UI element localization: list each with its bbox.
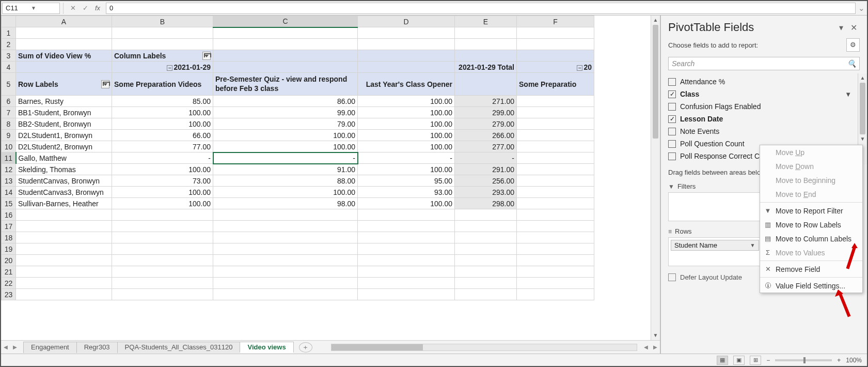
val-total[interactable]: 266.00 <box>455 130 517 141</box>
formula-input[interactable]: 0 <box>106 3 856 14</box>
scroll-thumb[interactable] <box>653 25 658 139</box>
cell[interactable] <box>517 266 594 278</box>
row-header-12[interactable]: 12 <box>2 164 16 175</box>
val-b[interactable]: 100.00 <box>213 130 358 141</box>
row-header-9[interactable]: 9 <box>2 130 16 141</box>
menu-move-values[interactable]: ΣMove to Values <box>760 246 862 259</box>
cell[interactable] <box>358 209 455 221</box>
val-a[interactable]: 73.00 <box>112 175 213 187</box>
cell[interactable] <box>112 39 213 50</box>
view-page-break-icon[interactable]: ⊞ <box>750 356 761 365</box>
cell[interactable] <box>213 62 358 73</box>
col-header-D[interactable]: D <box>358 16 455 27</box>
row-label[interactable]: StudentCanvas3, Bronwyn <box>16 187 112 198</box>
row-header-15[interactable]: 15 <box>2 198 16 209</box>
zoom-slider[interactable] <box>775 359 832 361</box>
val-b[interactable]: 99.00 <box>213 107 358 118</box>
val-c[interactable]: 100.00 <box>358 96 455 107</box>
cell[interactable] <box>455 289 517 300</box>
cell[interactable] <box>16 243 112 255</box>
cell[interactable] <box>455 221 517 232</box>
field-checkbox[interactable]: ✓ <box>668 90 676 98</box>
cell[interactable] <box>213 266 358 278</box>
row-label[interactable]: Barnes, Rusty <box>16 96 112 107</box>
spreadsheet-grid[interactable]: A B C D E F 123Sum of Video View %Column… <box>1 16 594 300</box>
row-header-16[interactable]: 16 <box>2 209 16 221</box>
row-header-21[interactable]: 21 <box>2 266 16 278</box>
row-label[interactable]: BB1-Student, Bronwyn <box>16 107 112 118</box>
val-a[interactable]: 100.00 <box>112 187 213 198</box>
name-box[interactable]: C11 ▼ <box>2 3 60 14</box>
row-header-2[interactable]: 2 <box>2 39 16 50</box>
cell[interactable] <box>455 39 517 50</box>
row-label[interactable]: StudentCanvas, Bronwyn <box>16 175 112 187</box>
val-a[interactable]: 100.00 <box>112 198 213 209</box>
cell[interactable] <box>16 289 112 300</box>
val-c[interactable]: - <box>358 152 455 164</box>
row-label[interactable]: D2LStudent2, Bronwyn <box>16 141 112 152</box>
column-labels-cell[interactable]: Column Labels <box>112 50 213 62</box>
cell[interactable] <box>16 62 112 73</box>
fl-scroll-down-icon[interactable]: ▼ <box>858 134 867 144</box>
menu-value-field-settings[interactable]: 🛈Value Field Settings... <box>760 279 862 293</box>
row-header-19[interactable]: 19 <box>2 243 16 255</box>
menu-move-up[interactable]: Move Up <box>760 145 862 159</box>
pill-dropdown-icon[interactable]: ▼ <box>750 242 755 248</box>
cell[interactable] <box>112 27 213 39</box>
fl-scroll-up-icon[interactable]: ▲ <box>858 73 867 83</box>
scroll-up-icon[interactable]: ▲ <box>651 16 660 25</box>
row-header-13[interactable]: 13 <box>2 175 16 187</box>
cell[interactable] <box>517 243 594 255</box>
sheet-tab-engagement[interactable]: Engagement <box>23 342 77 353</box>
cell[interactable] <box>517 221 594 232</box>
cell[interactable] <box>16 221 112 232</box>
add-sheet-button[interactable]: ＋ <box>299 342 312 353</box>
cell[interactable] <box>358 39 455 50</box>
row-header-4[interactable]: 4 <box>2 62 16 73</box>
cell[interactable] <box>213 39 358 50</box>
menu-remove-field[interactable]: ✕Remove Field <box>760 262 862 276</box>
cell[interactable] <box>112 209 213 221</box>
val-a[interactable]: 100.00 <box>112 118 213 130</box>
subcol-1[interactable]: Pre-Semester Quiz - view and respond bef… <box>213 73 358 96</box>
row-label[interactable]: BB2-Student, Bronwyn <box>16 118 112 130</box>
subcol-next[interactable]: Some Preparatio <box>517 73 594 96</box>
view-normal-icon[interactable]: ▦ <box>717 356 728 365</box>
row-label[interactable]: D2LStudent1, Bronwyn <box>16 130 112 141</box>
field-note-events[interactable]: Note Events <box>668 125 857 137</box>
cell[interactable] <box>112 232 213 243</box>
field-lesson-date[interactable]: ✓Lesson Date <box>668 113 857 125</box>
cell[interactable] <box>112 278 213 289</box>
field-checkbox[interactable] <box>668 140 676 148</box>
val-b[interactable]: 100.00 <box>213 187 358 198</box>
menu-move-column-labels[interactable]: ▤Move to Column Labels <box>760 232 862 246</box>
row-header-20[interactable]: 20 <box>2 255 16 266</box>
val-a[interactable]: 100.00 <box>112 107 213 118</box>
cell[interactable] <box>358 289 455 300</box>
sheet-tab-video-views[interactable]: Video views <box>240 342 293 353</box>
val-a[interactable]: 100.00 <box>112 164 213 175</box>
cell[interactable] <box>16 278 112 289</box>
val-total[interactable]: 279.00 <box>455 118 517 130</box>
name-box-dropdown-icon[interactable]: ▼ <box>31 5 56 11</box>
cell[interactable] <box>16 27 112 39</box>
fx-icon[interactable]: fx <box>91 4 104 12</box>
col-header-F[interactable]: F <box>517 16 594 27</box>
scroll-down-icon[interactable]: ▼ <box>651 331 660 340</box>
defer-update-checkbox[interactable] <box>668 273 676 281</box>
cell[interactable] <box>16 209 112 221</box>
cell[interactable] <box>455 278 517 289</box>
horizontal-scrollbar[interactable] <box>331 344 637 351</box>
val-c[interactable]: 100.00 <box>358 118 455 130</box>
row-header-18[interactable]: 18 <box>2 232 16 243</box>
row-header-5[interactable]: 5 <box>2 73 16 96</box>
field-filter-icon[interactable]: ▼ <box>845 90 851 98</box>
col-header-C[interactable]: C <box>213 16 358 27</box>
cell[interactable] <box>112 243 213 255</box>
row-header-10[interactable]: 10 <box>2 141 16 152</box>
val-c[interactable]: 100.00 <box>358 107 455 118</box>
cell[interactable] <box>16 39 112 50</box>
rows-pill-student-name[interactable]: Student Name ▼ <box>671 240 759 251</box>
val-total[interactable]: 293.00 <box>455 187 517 198</box>
cell[interactable] <box>213 243 358 255</box>
